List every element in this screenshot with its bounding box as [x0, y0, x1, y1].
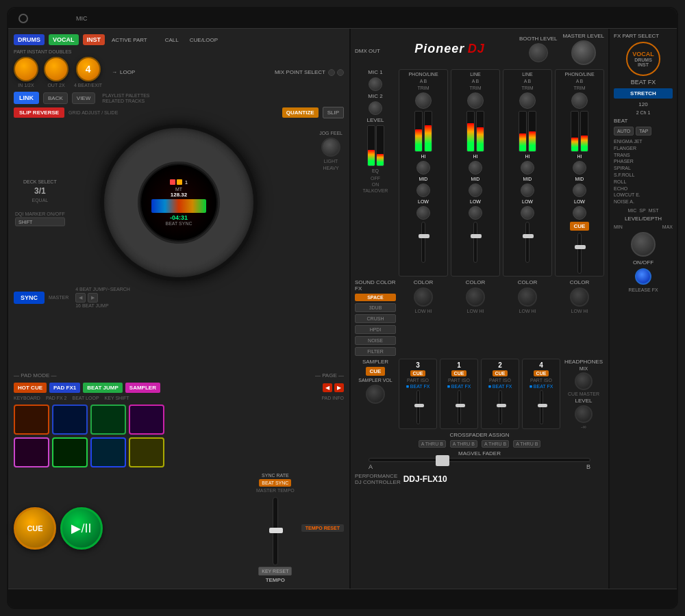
ch2-trim-knob[interactable]	[519, 92, 536, 109]
ch4-fader[interactable]	[577, 233, 582, 274]
headphones-level-knob[interactable]	[575, 405, 593, 423]
ch3-fader[interactable]	[421, 222, 425, 263]
tempo-fader[interactable]	[273, 497, 278, 565]
color-knob-1[interactable]	[466, 287, 485, 307]
ch2-fader[interactable]	[525, 222, 530, 263]
play-pause-button[interactable]: ▶/II	[60, 507, 103, 550]
ch4-cue-btn[interactable]: CUE	[570, 222, 590, 231]
color-knob-3[interactable]	[414, 287, 433, 307]
dub-echo-button[interactable]: 3DUB	[355, 303, 396, 312]
jog-feel-knob[interactable]	[321, 138, 340, 157]
jog-wheel[interactable]: 1 MT 128.32 -04:31 BEAT SYNC	[100, 124, 258, 281]
ch4-hi-knob[interactable]	[573, 161, 586, 175]
ch1-mid-knob[interactable]	[469, 183, 482, 197]
ch3-trim-knob[interactable]	[415, 92, 432, 109]
cue-button[interactable]: CUE	[14, 507, 56, 550]
drums-button[interactable]: DRUMS	[14, 34, 45, 45]
in-button[interactable]	[14, 57, 38, 81]
hpf-button[interactable]: HPDI	[355, 325, 396, 334]
sampler-fader-3[interactable]	[416, 390, 420, 424]
page-left-button[interactable]: ◀	[323, 383, 332, 392]
ch1-low-knob[interactable]	[469, 206, 482, 220]
view-button[interactable]: VIEW	[72, 92, 95, 104]
pad-2-4[interactable]	[129, 437, 164, 467]
beat-sync-small-button[interactable]: BEAT SYNC	[259, 479, 291, 487]
color-knob-2[interactable]	[518, 287, 537, 307]
key-reset-button[interactable]: KEY RESET	[258, 567, 292, 576]
page-right-button[interactable]: ▶	[334, 383, 344, 392]
space-button[interactable]: SPACE	[355, 294, 396, 301]
pad-1-3[interactable]	[90, 405, 126, 435]
tempo-reset-button[interactable]: TEMPO RESET	[301, 524, 344, 532]
beat-jump-button[interactable]: BEAT JUMP	[83, 383, 123, 393]
mix-point-right[interactable]	[337, 69, 344, 76]
ch1-trim-knob[interactable]	[467, 92, 484, 109]
color-knob-4[interactable]	[570, 287, 589, 307]
ch2-mid-knob[interactable]	[521, 183, 534, 197]
auto-button[interactable]: AUTO	[614, 127, 634, 136]
mic1-knob[interactable]	[369, 77, 382, 91]
crossfader[interactable]	[369, 458, 590, 462]
pad-2-2[interactable]	[52, 437, 88, 467]
next-button[interactable]: ▶	[88, 293, 98, 303]
pad-2-3[interactable]	[90, 437, 126, 467]
sampler-fader-1[interactable]	[458, 390, 461, 424]
booth-level-knob[interactable]	[529, 43, 548, 62]
crush-button[interactable]: CRUSH	[355, 314, 396, 323]
out-button[interactable]	[44, 57, 68, 81]
noise-button[interactable]: NOISE	[355, 336, 396, 345]
prev-button[interactable]: ◀	[75, 293, 86, 303]
pad-fx1-button[interactable]: PAD FX1	[49, 383, 80, 393]
ch3-low-knob[interactable]	[416, 206, 430, 220]
ch4-low-knob[interactable]	[573, 206, 586, 220]
ch4-trim-knob[interactable]	[571, 92, 588, 109]
assign-ch3[interactable]: A THRU B	[419, 440, 446, 448]
mic2-knob[interactable]	[369, 101, 382, 115]
sampler-cue-1[interactable]: CUE	[451, 370, 467, 376]
ch3-hi-knob[interactable]	[416, 161, 430, 175]
level-depth-knob[interactable]	[631, 232, 656, 257]
vocal-button[interactable]: VOCAL	[49, 34, 79, 45]
assign-ch1[interactable]: A THRU B	[450, 440, 477, 448]
back-button[interactable]: BACK	[43, 92, 68, 104]
stretch-button[interactable]: STRETCH	[614, 88, 673, 99]
fx-part-selector[interactable]: VOCAL DRUMS INST	[626, 42, 660, 76]
link-button[interactable]: LINK	[14, 92, 39, 104]
pad-1-1[interactable]	[14, 405, 49, 435]
sampler-cue-button[interactable]: CUE	[366, 367, 386, 376]
ch1-hi-knob[interactable]	[469, 161, 482, 175]
sampler-cue-4[interactable]: CUE	[534, 370, 549, 376]
slip-button[interactable]: SLIP	[323, 107, 344, 118]
pad-2-1[interactable]	[14, 437, 49, 467]
ch1-fader[interactable]	[473, 222, 477, 263]
on-off-button[interactable]	[635, 268, 651, 285]
tap-button[interactable]: TAP	[636, 127, 651, 136]
sampler-mode-button[interactable]: SAMPLER	[125, 383, 160, 393]
assign-ch4[interactable]: A THRU B	[513, 440, 540, 448]
ch4-mid-knob[interactable]	[573, 183, 586, 197]
filter-button[interactable]: FILTER	[355, 347, 396, 356]
pad-1-2[interactable]	[52, 405, 88, 435]
inst-button[interactable]: INST	[83, 34, 105, 45]
assign-ch2[interactable]: A THRU B	[482, 440, 509, 448]
beat-fx-panel: FX PART SELECT VOCAL DRUMS INST BEAT FX …	[608, 29, 677, 589]
slip-reverse-button[interactable]: SLIP REVERSE	[14, 107, 64, 118]
ch2-hi-knob[interactable]	[521, 161, 534, 175]
quantize-button[interactable]: QUANTIZE	[282, 107, 319, 118]
ch3-mid-knob[interactable]	[416, 183, 430, 197]
sync-button[interactable]: SYNC	[14, 292, 45, 304]
sampler-fader-4[interactable]	[540, 390, 543, 424]
sampler-cue-2[interactable]: CUE	[493, 370, 508, 376]
hot-cue-mode-button[interactable]: HOT CUE	[14, 383, 47, 393]
sampler-fader-2[interactable]	[499, 390, 502, 424]
pad-1-4[interactable]	[129, 405, 164, 435]
four-beat-button[interactable]: 4	[76, 57, 101, 81]
shift-button[interactable]: SHIFT	[15, 218, 65, 227]
sampler-cue-3[interactable]: CUE	[410, 370, 426, 376]
master-level-knob[interactable]	[571, 40, 596, 65]
headphones-mix-knob[interactable]	[575, 372, 593, 390]
power-button[interactable]	[18, 14, 28, 23]
ch2-low-knob[interactable]	[521, 206, 534, 220]
mix-point-left[interactable]	[328, 69, 335, 76]
sampler-vol-knob[interactable]	[366, 385, 385, 404]
